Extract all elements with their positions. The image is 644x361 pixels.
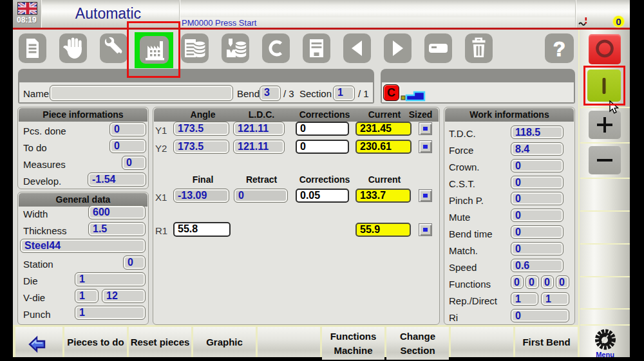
- svg-text:?: ?: [553, 38, 565, 60]
